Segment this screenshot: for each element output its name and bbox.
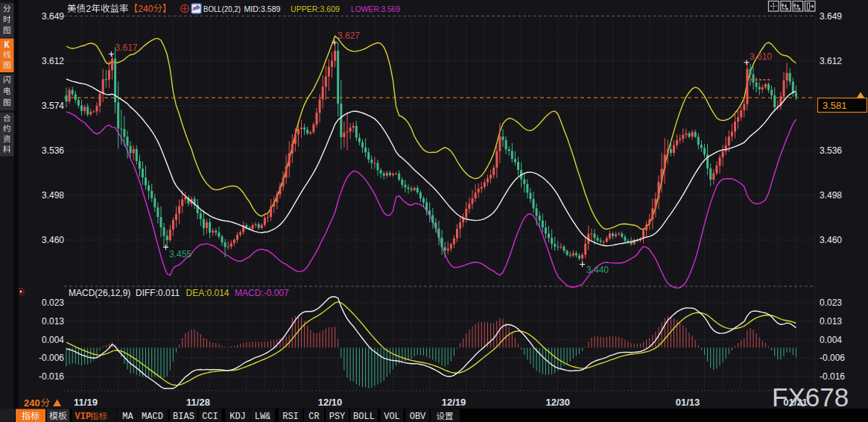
svg-text:VIP: VIP	[75, 412, 92, 422]
svg-text:3.460: 3.460	[42, 235, 64, 245]
svg-text:3.498: 3.498	[42, 190, 64, 201]
svg-text:3.536: 3.536	[42, 145, 64, 156]
svg-text:3.536: 3.536	[820, 145, 842, 156]
svg-text:BOLL(20,2): BOLL(20,2)	[203, 4, 241, 13]
svg-text:240: 240	[138, 4, 153, 14]
svg-text:11/19: 11/19	[74, 397, 98, 408]
svg-text:-0.006: -0.006	[820, 353, 845, 363]
svg-text:BOLL: BOLL	[353, 412, 375, 422]
svg-text:3.612: 3.612	[820, 56, 842, 66]
svg-text:0.013: 0.013	[42, 316, 64, 327]
svg-text:3.649: 3.649	[42, 11, 64, 22]
svg-text:3.610: 3.610	[750, 51, 772, 62]
svg-text:3.440: 3.440	[586, 265, 609, 275]
svg-text:MACD: MACD	[142, 412, 163, 422]
svg-text:240: 240	[24, 397, 40, 409]
svg-text:3.617: 3.617	[115, 42, 138, 53]
svg-text:PSY: PSY	[329, 412, 346, 422]
svg-text:0.023: 0.023	[42, 297, 64, 308]
svg-text:11/28: 11/28	[186, 397, 210, 408]
svg-text:MACD(26,12,9): MACD(26,12,9)	[69, 288, 130, 298]
svg-text:DEA:0.014: DEA:0.014	[186, 288, 229, 298]
svg-text:3.460: 3.460	[820, 235, 842, 245]
svg-text:LW&: LW&	[255, 412, 271, 422]
svg-text:12/19: 12/19	[442, 397, 466, 408]
svg-text:KDJ: KDJ	[229, 412, 246, 422]
svg-text:3.455: 3.455	[169, 249, 191, 259]
svg-text:0.023: 0.023	[820, 297, 842, 308]
svg-text:LOWER:3.569: LOWER:3.569	[351, 4, 400, 13]
svg-text:VOL: VOL	[384, 412, 400, 422]
svg-text:3.649: 3.649	[820, 11, 842, 22]
svg-text:BIAS: BIAS	[173, 412, 194, 422]
svg-text:OBV: OBV	[410, 412, 426, 422]
svg-text:CR: CR	[308, 412, 319, 422]
svg-text:RSI: RSI	[282, 412, 299, 422]
svg-text:2: 2	[86, 4, 92, 14]
svg-text:-0.006: -0.006	[39, 353, 64, 363]
svg-text:-0.016: -0.016	[39, 371, 64, 382]
svg-text:12/10: 12/10	[318, 397, 343, 408]
svg-text:DIFF:0.011: DIFF:0.011	[136, 288, 180, 298]
svg-text:CCI: CCI	[202, 412, 218, 422]
svg-text:01/13: 01/13	[676, 397, 700, 408]
svg-text:-0.016: -0.016	[820, 371, 845, 382]
svg-text:0.004: 0.004	[42, 335, 64, 345]
svg-text:3.581: 3.581	[823, 100, 847, 111]
svg-text:MA: MA	[122, 412, 133, 422]
svg-text:UPPER:3.609: UPPER:3.609	[291, 4, 340, 13]
svg-text:MACD:-0.007: MACD:-0.007	[235, 288, 289, 298]
svg-text:3.627: 3.627	[338, 31, 360, 41]
svg-text:12/30: 12/30	[545, 397, 570, 408]
svg-text:K: K	[4, 40, 10, 51]
svg-text:MID:3.589: MID:3.589	[244, 4, 281, 13]
svg-text:3.612: 3.612	[42, 56, 64, 66]
svg-text:0.004: 0.004	[820, 335, 842, 345]
svg-text:3.574: 3.574	[42, 101, 64, 111]
svg-text:3.498: 3.498	[820, 190, 842, 201]
svg-text:FX678: FX678	[772, 382, 849, 412]
svg-text:0.013: 0.013	[820, 316, 842, 327]
